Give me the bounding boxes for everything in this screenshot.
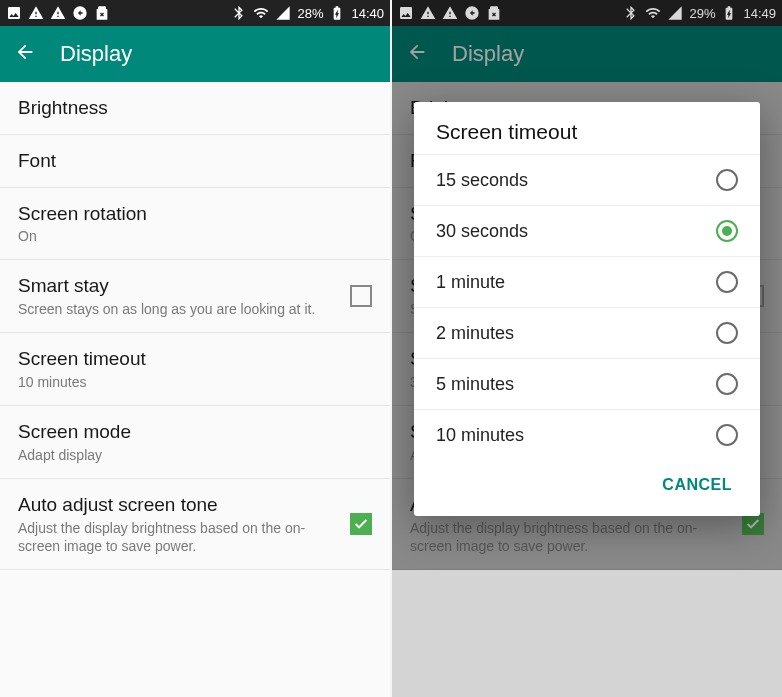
- option-2-minutes[interactable]: 2 minutes: [414, 307, 760, 358]
- dialog-screen-timeout: Screen timeout 15 seconds 30 seconds 1 m…: [414, 102, 760, 516]
- item-subtitle: Screen stays on as long as you are looki…: [18, 300, 340, 318]
- option-5-minutes[interactable]: 5 minutes: [414, 358, 760, 409]
- radio-icon: [716, 424, 738, 446]
- option-10-minutes[interactable]: 10 minutes: [414, 409, 760, 460]
- option-label: 15 seconds: [436, 170, 716, 191]
- signal-icon: [275, 5, 291, 21]
- battery-charging-icon: [329, 5, 345, 21]
- checkbox-smart-stay[interactable]: [350, 285, 372, 307]
- item-title: Font: [18, 149, 372, 173]
- settings-list: Brightness Font Screen rotation On Smart…: [0, 82, 390, 570]
- screen-timeout-dialog: 29% 14:49 Display Brightness Font Screen…: [392, 0, 782, 697]
- bluetooth-icon: [231, 5, 247, 21]
- item-subtitle: 10 minutes: [18, 373, 372, 391]
- item-smart-stay[interactable]: Smart stay Screen stays on as long as yo…: [0, 260, 390, 333]
- item-screen-rotation[interactable]: Screen rotation On: [0, 188, 390, 261]
- item-auto-adjust-tone[interactable]: Auto adjust screen tone Adjust the displ…: [0, 479, 390, 570]
- item-screen-timeout[interactable]: Screen timeout 10 minutes: [0, 333, 390, 406]
- warning-icon: [50, 5, 66, 21]
- item-subtitle: On: [18, 227, 372, 245]
- item-subtitle: Adapt display: [18, 446, 372, 464]
- option-label: 10 minutes: [436, 425, 716, 446]
- item-title: Screen mode: [18, 420, 372, 444]
- clock: 14:40: [351, 6, 384, 21]
- item-title: Screen rotation: [18, 202, 372, 226]
- option-15-seconds[interactable]: 15 seconds: [414, 154, 760, 205]
- page-title: Display: [60, 41, 132, 67]
- action-bar: Display: [0, 26, 390, 82]
- option-label: 5 minutes: [436, 374, 716, 395]
- cancel-button[interactable]: CANCEL: [652, 468, 742, 502]
- option-30-seconds[interactable]: 30 seconds: [414, 205, 760, 256]
- radio-icon: [716, 322, 738, 344]
- image-icon: [6, 5, 22, 21]
- item-subtitle: Adjust the display brightness based on t…: [18, 519, 340, 555]
- screen-display-settings: 28% 14:40 Display Brightness Font Screen…: [0, 0, 390, 697]
- radio-icon: [716, 373, 738, 395]
- option-1-minute[interactable]: 1 minute: [414, 256, 760, 307]
- checkbox-auto-adjust[interactable]: [350, 513, 372, 535]
- battery-percent: 28%: [297, 6, 323, 21]
- dialog-title: Screen timeout: [414, 120, 760, 154]
- item-font[interactable]: Font: [0, 135, 390, 188]
- back-icon[interactable]: [14, 41, 36, 67]
- item-title: Screen timeout: [18, 347, 372, 371]
- item-brightness[interactable]: Brightness: [0, 82, 390, 135]
- option-label: 1 minute: [436, 272, 716, 293]
- wifi-icon: [253, 5, 269, 21]
- sync-icon: [72, 5, 88, 21]
- item-screen-mode[interactable]: Screen mode Adapt display: [0, 406, 390, 479]
- clipboard-cancel-icon: [94, 5, 110, 21]
- dialog-actions: CANCEL: [414, 460, 760, 510]
- radio-icon: [716, 220, 738, 242]
- radio-icon: [716, 169, 738, 191]
- item-title: Smart stay: [18, 274, 340, 298]
- option-label: 30 seconds: [436, 221, 716, 242]
- warning-icon: [28, 5, 44, 21]
- status-bar: 28% 14:40: [0, 0, 390, 26]
- item-title: Brightness: [18, 96, 372, 120]
- option-label: 2 minutes: [436, 323, 716, 344]
- item-title: Auto adjust screen tone: [18, 493, 340, 517]
- radio-icon: [716, 271, 738, 293]
